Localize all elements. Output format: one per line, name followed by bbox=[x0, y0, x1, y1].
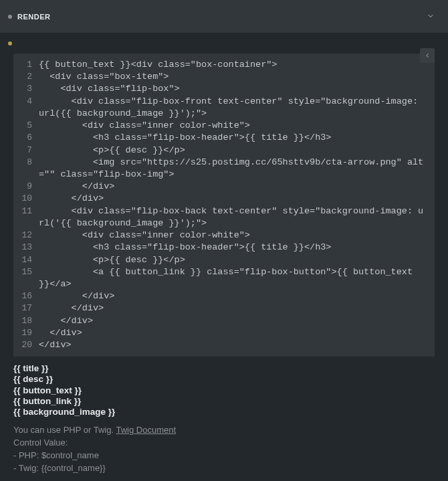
header-marker-icon bbox=[8, 15, 12, 19]
code-text[interactable]: </div> bbox=[39, 290, 435, 302]
code-editor[interactable]: 1{{ button_text }}<div class="box-contai… bbox=[13, 54, 435, 357]
code-text[interactable]: <img src="https://s25.postimg.cc/65hsttv… bbox=[39, 157, 435, 181]
code-line[interactable]: 5 <div class="inner color-white"> bbox=[13, 120, 435, 132]
line-number: 13 bbox=[13, 242, 39, 254]
variable-list: {{ title }}{{ desc }}{{ button_text }}{{… bbox=[0, 357, 448, 420]
line-number: 10 bbox=[13, 193, 39, 205]
line-number: 12 bbox=[13, 229, 39, 242]
code-text[interactable]: <h3 class="flip-box-header">{{ title }}<… bbox=[39, 242, 435, 254]
panel-title: RENDER bbox=[17, 13, 50, 21]
code-text[interactable]: </div> bbox=[39, 339, 435, 351]
code-text[interactable]: <div class="flip-box-back text-center" s… bbox=[39, 205, 435, 229]
code-text[interactable]: <a {{ button_link }} class="flip-box-but… bbox=[39, 266, 435, 290]
code-text[interactable]: </div> bbox=[39, 315, 435, 327]
code-text[interactable]: <div class="inner color-white"> bbox=[39, 120, 435, 132]
line-number: 3 bbox=[13, 83, 39, 95]
panel-header: RENDER bbox=[0, 0, 448, 33]
code-line[interactable]: 19 </div> bbox=[13, 327, 435, 339]
line-number: 16 bbox=[13, 290, 39, 302]
line-number: 5 bbox=[13, 120, 39, 132]
line-number: 14 bbox=[13, 254, 39, 266]
code-text[interactable]: <div class="inner color-white"> bbox=[39, 229, 435, 242]
code-line[interactable]: 13 <h3 class="flip-box-header">{{ title … bbox=[13, 242, 435, 254]
line-number: 6 bbox=[13, 132, 39, 144]
variable-token: {{ button_link }} bbox=[13, 396, 435, 407]
code-text[interactable]: <p>{{ desc }}</p> bbox=[39, 254, 435, 266]
code-line[interactable]: 4 <div class="flip-box-front text-center… bbox=[13, 96, 435, 120]
code-text[interactable]: </div> bbox=[39, 327, 435, 339]
hint-text: You can use PHP or Twig. Twig Document C… bbox=[0, 420, 448, 478]
hint-prefix: You can use PHP or Twig. bbox=[13, 425, 116, 435]
code-line[interactable]: 7 <p>{{ desc }}</p> bbox=[13, 145, 435, 157]
code-line[interactable]: 11 <div class="flip-box-back text-center… bbox=[13, 205, 435, 229]
code-line[interactable]: 1{{ button_text }}<div class="box-contai… bbox=[13, 59, 435, 71]
line-number: 15 bbox=[13, 266, 39, 278]
variable-token: {{ desc }} bbox=[13, 374, 435, 385]
code-line[interactable]: 6 <h3 class="flip-box-header">{{ title }… bbox=[13, 132, 435, 144]
section-head bbox=[0, 33, 448, 54]
chevron-down-icon[interactable] bbox=[421, 9, 440, 25]
code-line[interactable]: 12 <div class="inner color-white"> bbox=[13, 229, 435, 242]
code-text[interactable]: </div> bbox=[39, 193, 435, 205]
code-line[interactable]: 18 </div> bbox=[13, 315, 435, 327]
code-line[interactable]: 16 </div> bbox=[13, 290, 435, 302]
code-line[interactable]: 10 </div> bbox=[13, 193, 435, 205]
twig-doc-link[interactable]: Twig Document bbox=[116, 425, 176, 435]
code-line[interactable]: 17 </div> bbox=[13, 302, 435, 314]
variable-token: {{ button_text }} bbox=[13, 385, 435, 396]
code-text[interactable]: <div class="box-item"> bbox=[39, 71, 435, 83]
line-number: 17 bbox=[13, 302, 39, 314]
code-line[interactable]: 20</div> bbox=[13, 339, 435, 351]
code-line[interactable]: 8 <img src="https://s25.postimg.cc/65hst… bbox=[13, 157, 435, 181]
line-number: 18 bbox=[13, 315, 39, 327]
line-number: 1 bbox=[13, 59, 39, 71]
line-number: 7 bbox=[13, 145, 39, 157]
variable-token: {{ title }} bbox=[13, 363, 435, 374]
code-text[interactable]: <p>{{ desc }}</p> bbox=[39, 145, 435, 157]
line-number: 20 bbox=[13, 339, 39, 351]
code-line[interactable]: 9 </div> bbox=[13, 181, 435, 193]
code-line[interactable]: 14 <p>{{ desc }}</p> bbox=[13, 254, 435, 266]
variable-token: {{ background_image }} bbox=[13, 407, 435, 417]
twig-example: - Twig: {{control_name}} bbox=[13, 462, 435, 475]
line-number: 19 bbox=[13, 327, 39, 339]
code-line[interactable]: 3 <div class="flip-box"> bbox=[13, 83, 435, 95]
control-value-label: Control Value: bbox=[13, 437, 435, 450]
collapse-button[interactable] bbox=[420, 48, 435, 63]
code-text[interactable]: <div class="flip-box-front text-center" … bbox=[39, 96, 435, 120]
code-line[interactable]: 15 <a {{ button_link }} class="flip-box-… bbox=[13, 266, 435, 290]
line-number: 8 bbox=[13, 157, 39, 169]
status-dot-icon bbox=[8, 41, 12, 45]
code-text[interactable]: </div> bbox=[39, 181, 435, 193]
line-number: 11 bbox=[13, 205, 39, 217]
code-text[interactable]: {{ button_text }}<div class="box-contain… bbox=[39, 59, 435, 71]
line-number: 9 bbox=[13, 181, 39, 193]
code-text[interactable]: <div class="flip-box"> bbox=[39, 83, 435, 95]
line-number: 4 bbox=[13, 96, 39, 108]
php-example: - PHP: $control_name bbox=[13, 450, 435, 462]
code-text[interactable]: </div> bbox=[39, 302, 435, 314]
code-line[interactable]: 2 <div class="box-item"> bbox=[13, 71, 435, 83]
code-text[interactable]: <h3 class="flip-box-header">{{ title }}<… bbox=[39, 132, 435, 144]
line-number: 2 bbox=[13, 71, 39, 83]
